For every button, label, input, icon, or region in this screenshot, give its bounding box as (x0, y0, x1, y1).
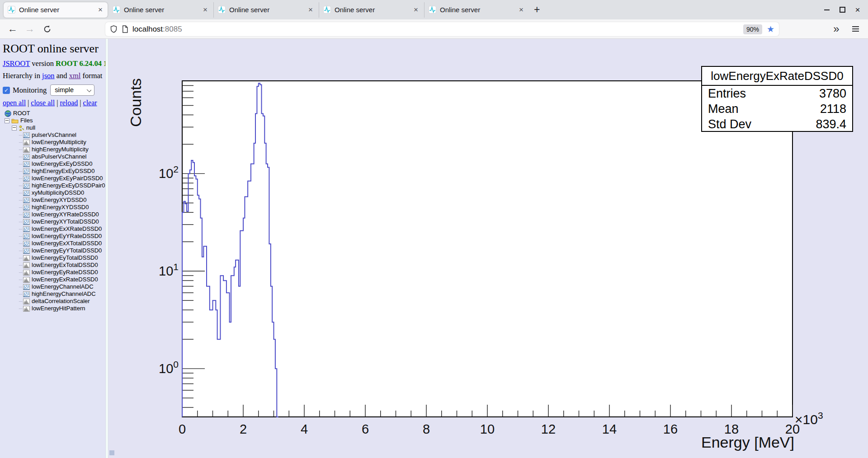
tree-item-lowEnergyXYDSSD0[interactable]: lowEnergyXYDSSD0 (3, 196, 105, 204)
window-maximize-button[interactable] (835, 3, 850, 17)
reload-icon (43, 25, 52, 33)
window-minimize-button[interactable] (819, 3, 835, 17)
tree-node-files[interactable]: Files (3, 117, 105, 124)
tree-item-deltaCorrelationScaler[interactable]: deltaCorrelationScaler (3, 298, 105, 305)
tree-connector (19, 308, 22, 309)
monitoring-row: ✓ Monitoring simple (3, 84, 105, 96)
tree-item-highEnergyChannelADC[interactable]: highEnergyChannelADC (3, 290, 105, 298)
browser-tab[interactable]: Online server× (213, 2, 318, 18)
collapse-expander-icon[interactable] (12, 126, 17, 131)
tree-item-highEnergyMultiplicity[interactable]: highEnergyMultiplicity (3, 146, 105, 153)
tree-item-highEnergyXYDSSD0[interactable]: highEnergyXYDSSD0 (3, 204, 105, 211)
jsroot-canvas[interactable]: 02468101214161820100101102CountsEnergy [… (108, 39, 868, 458)
tree-connector (19, 178, 22, 179)
tab-close-button[interactable]: × (518, 5, 524, 14)
tree-item-label: lowEnergyExTotalDSSD0 (32, 262, 98, 269)
tree-item-label: lowEnergyEyYRateDSSD0 (32, 233, 102, 240)
monitoring-checkbox[interactable]: ✓ (3, 87, 10, 94)
reload-button[interactable] (39, 19, 55, 38)
tree-item-label: lowEnergyHitPattern (32, 305, 85, 312)
tree-connector (19, 294, 22, 294)
x-tick-label: 10 (480, 422, 495, 436)
tree-item-label: highEnergyChannelADC (32, 290, 96, 298)
tree-item-lowEnergyXYTotalDSSD0[interactable]: lowEnergyXYTotalDSSD0 (3, 218, 105, 225)
close-all-link[interactable]: close all (31, 99, 55, 107)
xml-link[interactable]: xml (69, 71, 81, 80)
tree-item-lowEnergyExXRateDSSD0[interactable]: lowEnergyExXRateDSSD0 (3, 225, 105, 233)
histo2d-icon (23, 248, 30, 254)
tree-item-lowEnergyChannelADC[interactable]: lowEnergyChannelADC (3, 283, 105, 290)
reload-link[interactable]: reload (60, 99, 78, 107)
monitoring-select[interactable]: simple (50, 84, 94, 96)
tree-item-lowEnergyMultiplicity[interactable]: lowEnergyMultiplicity (3, 139, 105, 146)
tree-item-absPulserVsChannel[interactable]: absPulserVsChannel (3, 153, 105, 160)
json-link[interactable]: json (42, 71, 55, 80)
clear-link[interactable]: clear (83, 99, 97, 107)
histo2d-icon (23, 132, 30, 138)
jsroot-link[interactable]: JSROOT (3, 59, 30, 68)
back-button[interactable]: ← (5, 19, 21, 38)
browser-tab[interactable]: Online server× (319, 2, 423, 18)
action-links-row: open all | close all | reload | clear (3, 99, 105, 107)
tree-item-lowEnergyHitPattern[interactable]: lowEnergyHitPattern (3, 305, 105, 312)
tree-connector (19, 222, 22, 222)
new-tab-button[interactable]: + (529, 0, 544, 19)
sidebar-resize-gutter[interactable] (105, 39, 108, 458)
url-host: localhost (132, 25, 163, 33)
tree-item-highEnergyExEyDSSD0[interactable]: highEnergyExEyDSSD0 (3, 168, 105, 175)
tree-connector (19, 301, 22, 302)
histo2d-icon (23, 234, 30, 239)
tree-item-lowEnergyExRateDSSD0[interactable]: lowEnergyExRateDSSD0 (3, 276, 105, 283)
overflow-chevrons-button[interactable]: » (828, 19, 844, 38)
tree-item-lowEnergyExTotalDSSD0[interactable]: lowEnergyExTotalDSSD0 (3, 262, 105, 269)
histo2d-icon (23, 154, 30, 160)
tree-item-lowEnergyEyRateDSSD0[interactable]: lowEnergyEyRateDSSD0 (3, 269, 105, 276)
tab-close-button[interactable]: × (97, 5, 104, 14)
open-all-link[interactable]: open all (3, 99, 26, 107)
url-text[interactable]: localhost:8085 (132, 25, 743, 34)
window-close-button[interactable]: × (850, 3, 865, 17)
tree-item-label: lowEnergyXYTotalDSSD0 (32, 218, 99, 225)
hamburger-icon (852, 25, 859, 33)
tree-item-lowEnergyXYRateDSSD0[interactable]: lowEnergyXYRateDSSD0 (3, 211, 105, 218)
tree-item-lowEnergyExEyDSSD0[interactable]: lowEnergyExEyDSSD0 (3, 160, 105, 168)
tree-item-label: lowEnergyEyRateDSSD0 (32, 269, 98, 276)
menu-hamburger-button[interactable] (847, 19, 863, 38)
forward-button[interactable]: → (22, 19, 38, 38)
y-tick-label: 101 (159, 262, 179, 278)
x-tick-label: 6 (362, 422, 369, 436)
tab-close-button[interactable]: × (307, 5, 314, 14)
stats-box[interactable]: lowEnergyExRateDSSD0 Entries3780 Mean211… (701, 66, 853, 132)
hierarchy-line: Hierarchy in json and xml format (3, 71, 105, 80)
y-tick-label: 100 (159, 359, 179, 376)
jsroot-favicon-icon (113, 6, 120, 14)
tree-item-lowEnergyEyYRateDSSD0[interactable]: lowEnergyEyYRateDSSD0 (3, 233, 105, 240)
browser-tab[interactable]: Online server× (424, 2, 528, 18)
tree-item-label: highEnergyExEyDSSD0 (32, 168, 94, 175)
tab-close-button[interactable]: × (202, 5, 208, 14)
tab-title: Online server (124, 6, 198, 14)
tree-item-lowEnergyEyTotalDSSD0[interactable]: lowEnergyEyTotalDSSD0 (3, 254, 105, 262)
y-axis-title: Counts (127, 78, 144, 127)
shield-icon[interactable] (110, 25, 118, 33)
tree-item-lowEnergyExXTotalDSSD0[interactable]: lowEnergyExXTotalDSSD0 (3, 240, 105, 247)
page-info-icon[interactable] (122, 25, 128, 33)
tree-item-lowEnergyEyYTotalDSSD0[interactable]: lowEnergyEyYTotalDSSD0 (3, 247, 105, 254)
browser-tab[interactable]: Online server× (4, 2, 108, 18)
tree-item-highEnergyExEyDSSDPair0[interactable]: highEnergyExEyDSSDPair0 (3, 182, 105, 189)
jsroot-hierarchy-sidebar: ROOT online server JSROOT version ROOT 6… (0, 39, 105, 458)
tree-node-null[interactable]: null (3, 124, 105, 131)
collapse-expander-icon[interactable] (5, 118, 9, 123)
tree-node-root[interactable]: ROOT (3, 110, 105, 117)
bookmark-star-icon[interactable]: ★ (767, 25, 774, 33)
tree-item-pulserVsChannel[interactable]: pulserVsChannel (3, 131, 105, 139)
histo2d-icon (23, 183, 30, 189)
tab-close-button[interactable]: × (413, 5, 419, 14)
tree-item-lowEnergyExEyPairDSSD0[interactable]: lowEnergyExEyPairDSSD0 (3, 175, 105, 182)
browser-tab[interactable]: Online server× (108, 2, 212, 18)
tree-item-xyMultiplicityDSSD0[interactable]: xyMultiplicityDSSD0 (3, 189, 105, 196)
url-bar[interactable]: localhost:8085 90% ★ (105, 22, 779, 36)
zoom-level-badge[interactable]: 90% (743, 24, 762, 34)
tree-item-label: absPulserVsChannel (32, 153, 86, 160)
tree-item-label: lowEnergyXYDSSD0 (32, 196, 86, 204)
